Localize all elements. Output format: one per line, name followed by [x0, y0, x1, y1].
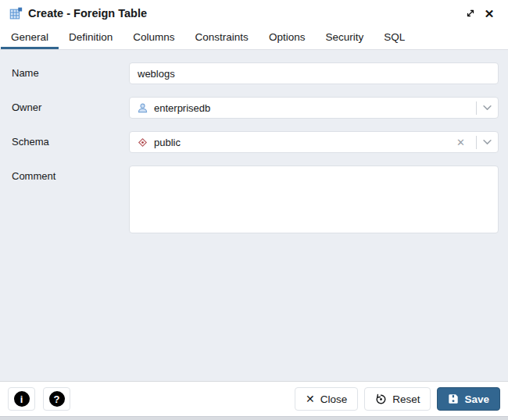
foreign-table-icon [9, 7, 23, 20]
reset-button-label: Reset [392, 393, 420, 405]
info-button[interactable]: i [8, 387, 35, 411]
tab-general[interactable]: General [1, 27, 59, 49]
close-button-label: Close [320, 393, 348, 405]
tab-sql[interactable]: SQL [374, 27, 415, 49]
name-input[interactable] [129, 62, 499, 84]
reset-button[interactable]: Reset [364, 387, 431, 411]
tab-security[interactable]: Security [315, 27, 374, 49]
schema-value: public [154, 137, 451, 148]
dialog-bottom-edge [0, 416, 508, 420]
close-icon[interactable]: ✕ [480, 4, 499, 23]
user-icon [137, 102, 148, 114]
chevron-down-icon[interactable] [482, 105, 492, 111]
name-label: Name [9, 62, 129, 79]
tab-constraints[interactable]: Constraints [185, 27, 259, 49]
dialog-tabbar: General Definition Columns Constraints O… [0, 27, 508, 50]
save-button-label: Save [464, 393, 489, 405]
dialog-title: Create - Foreign Table [28, 7, 461, 20]
schema-label: Schema [9, 131, 129, 148]
general-tab-panel: Name Owner enterprisedb [0, 50, 508, 381]
save-icon [448, 393, 459, 404]
close-x-icon: ✕ [306, 393, 315, 404]
owner-row: Owner enterprisedb [9, 97, 499, 119]
owner-label: Owner [9, 97, 129, 113]
tab-definition[interactable]: Definition [59, 27, 123, 49]
comment-label: Comment [9, 166, 129, 182]
create-foreign-table-dialog: Create - Foreign Table ✕ General Definit… [0, 0, 508, 420]
dialog-footer: i ? ✕ Close Reset [0, 381, 508, 416]
select-separator [476, 101, 477, 115]
tab-columns[interactable]: Columns [123, 27, 184, 49]
info-icon: i [14, 391, 30, 407]
help-icon: ? [49, 391, 65, 407]
save-button[interactable]: Save [437, 387, 500, 411]
tab-options[interactable]: Options [259, 27, 316, 49]
dialog-titlebar: Create - Foreign Table ✕ [0, 0, 508, 27]
clear-icon[interactable]: ✕ [451, 137, 470, 148]
owner-select[interactable]: enterprisedb [129, 97, 499, 119]
expand-icon[interactable] [461, 4, 480, 23]
reset-icon [375, 393, 387, 405]
select-separator [476, 136, 477, 149]
owner-value: enterprisedb [154, 102, 470, 114]
chevron-down-icon[interactable] [482, 139, 492, 145]
comment-textarea[interactable] [129, 166, 499, 233]
name-row: Name [9, 62, 499, 84]
schema-select[interactable]: public ✕ [129, 131, 499, 153]
schema-diamond-icon [137, 137, 148, 148]
schema-row: Schema public ✕ [9, 131, 499, 153]
help-button[interactable]: ? [43, 387, 70, 411]
close-button[interactable]: ✕ Close [295, 387, 358, 411]
comment-row: Comment [9, 166, 499, 233]
